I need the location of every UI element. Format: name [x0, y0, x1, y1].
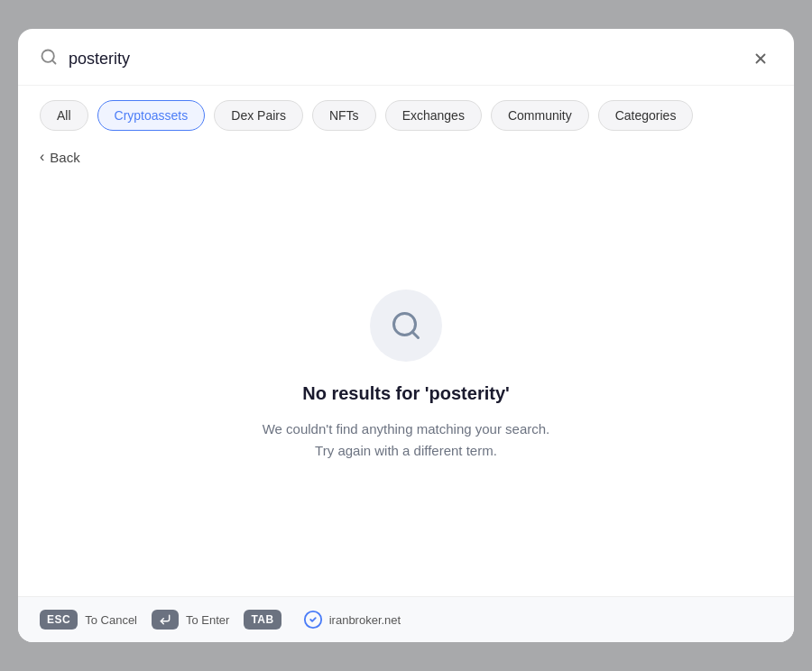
brand-name: iranbroker.net: [329, 613, 401, 627]
tab-dex-pairs[interactable]: Dex Pairs: [214, 100, 303, 131]
esc-hint-label: To Cancel: [85, 613, 137, 627]
modal-overlay: All Cryptoassets Dex Pairs NFTs Exchange…: [0, 0, 812, 671]
no-results-title: No results for 'posterity': [302, 383, 510, 404]
empty-search-icon-circle: [370, 290, 442, 362]
brand-section: iranbroker.net: [303, 610, 401, 630]
esc-hint: ESC To Cancel: [40, 610, 137, 630]
chevron-left-icon: ‹: [40, 149, 44, 165]
search-input[interactable]: [69, 50, 738, 69]
back-button[interactable]: ‹ Back: [18, 142, 794, 172]
esc-badge: ESC: [40, 610, 78, 630]
tab-cryptoassets[interactable]: Cryptoassets: [97, 100, 206, 131]
tab-all[interactable]: All: [40, 100, 88, 131]
svg-line-1: [52, 60, 56, 63]
filter-tabs: All Cryptoassets Dex Pairs NFTs Exchange…: [18, 86, 794, 142]
no-results-subtitle: We couldn't find anything matching your …: [263, 418, 550, 462]
tab-hint: TAB: [244, 610, 281, 630]
search-header: [18, 29, 794, 86]
search-modal: All Cryptoassets Dex Pairs NFTs Exchange…: [18, 29, 794, 642]
enter-hint-label: To Enter: [186, 613, 229, 627]
footer-bar: ESC To Cancel To Enter TAB: [18, 596, 794, 642]
tab-exchanges[interactable]: Exchanges: [385, 100, 482, 131]
svg-line-5: [412, 331, 419, 337]
enter-badge: [152, 610, 179, 630]
enter-hint: To Enter: [152, 610, 229, 630]
search-icon: [40, 48, 58, 70]
brand-icon: [303, 610, 323, 630]
tab-categories[interactable]: Categories: [598, 100, 694, 131]
empty-state: No results for 'posterity' We couldn't f…: [18, 172, 794, 596]
tab-nfts[interactable]: NFTs: [312, 100, 376, 131]
close-button[interactable]: [749, 47, 772, 70]
tab-community[interactable]: Community: [491, 100, 589, 131]
back-label: Back: [50, 150, 79, 165]
tab-badge: TAB: [244, 610, 281, 630]
